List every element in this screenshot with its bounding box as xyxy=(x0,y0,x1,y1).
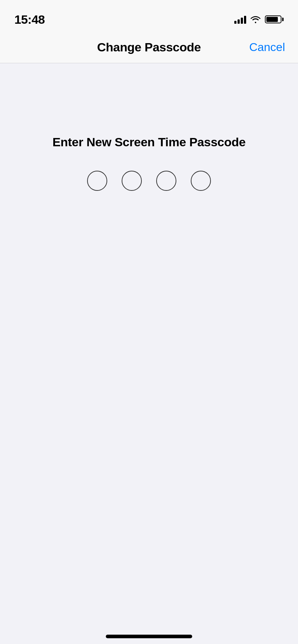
main-content: Enter New Screen Time Passcode xyxy=(0,63,298,644)
passcode-dot-1 xyxy=(87,171,107,191)
status-icons xyxy=(234,15,284,24)
passcode-dot-4 xyxy=(191,171,211,191)
passcode-prompt: Enter New Screen Time Passcode xyxy=(53,135,246,149)
passcode-dot-2 xyxy=(122,171,142,191)
wifi-icon xyxy=(250,15,261,23)
passcode-dots xyxy=(87,171,211,191)
status-time: 15:48 xyxy=(14,13,45,27)
cancel-button[interactable]: Cancel xyxy=(249,41,285,54)
home-indicator xyxy=(106,635,192,638)
battery-icon xyxy=(265,15,284,23)
signal-icon xyxy=(234,15,246,24)
passcode-dot-3 xyxy=(156,171,176,191)
page-title: Change Passcode xyxy=(97,40,201,54)
status-bar: 15:48 xyxy=(0,0,298,32)
nav-bar: Change Passcode Cancel xyxy=(0,32,298,63)
